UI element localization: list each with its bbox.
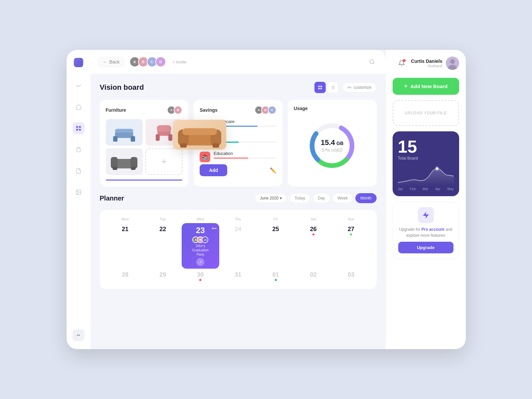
notification-dot <box>403 59 406 62</box>
cal-date-01: 01 <box>258 271 293 278</box>
sidebar-item-file[interactable] <box>73 165 85 177</box>
savings-card-header: Savings A B C <box>200 106 276 114</box>
upload-file-area[interactable]: UPLOAD YOUR FILE <box>393 100 459 126</box>
cal-day-31[interactable]: 31 <box>219 269 257 284</box>
chevron-down-icon: ▾ <box>280 196 282 200</box>
cal-day-30[interactable]: 30 <box>182 269 219 284</box>
usage-percent-used: 57% USED <box>321 147 343 153</box>
month-mar: Mar <box>423 187 428 191</box>
cal-day-23[interactable]: ••• 23 A B 13 John'sGraduationParty ↗ <box>182 223 219 269</box>
cal-day-27[interactable]: 27 <box>332 223 370 269</box>
cal-day-22[interactable]: 22 <box>144 223 182 269</box>
sidebar-item-trend[interactable] <box>73 80 85 92</box>
svg-point-5 <box>77 191 78 192</box>
svg-rect-9 <box>321 86 322 87</box>
usage-used-label: USED <box>331 148 342 153</box>
cal-day-01[interactable]: 01 <box>257 269 294 284</box>
cal-day-25[interactable]: 25 <box>257 223 294 269</box>
date-picker[interactable]: June 2020 ▾ <box>255 194 287 203</box>
svg-line-7 <box>373 63 374 64</box>
upgrade-text: Upgrade for Pro account and explore more… <box>398 226 453 238</box>
cal-header-wed: Wed <box>182 215 219 223</box>
grid-view-button[interactable] <box>314 82 326 93</box>
savings-education: 📚 Education <box>200 151 276 162</box>
furniture-avatar-2: B <box>174 106 182 114</box>
calendar-header-row: Mon Tue Wed Thu Fri Sat Sun <box>106 215 370 223</box>
month-button[interactable]: Month <box>355 193 376 203</box>
customize-button[interactable]: customize <box>342 82 376 92</box>
invite-button[interactable]: + invite <box>173 60 187 65</box>
furniture-grid <box>106 119 183 175</box>
week-button[interactable]: Week <box>333 193 353 203</box>
cal-day-21[interactable]: 21 <box>106 223 144 269</box>
more-icon: •• <box>77 332 80 338</box>
upgrade-card: Upgrade for Pro account and explore more… <box>393 201 459 259</box>
day-button[interactable]: Day <box>313 193 330 203</box>
cal-dot-27 <box>350 233 352 235</box>
cal-day-03[interactable]: 03 <box>332 269 370 284</box>
furniture-avatars: A B <box>167 106 182 114</box>
savings-add-row: Add ✏️ <box>200 164 276 176</box>
total-board-number: 15 <box>398 138 454 155</box>
cal-day-24[interactable]: 24 <box>219 223 257 269</box>
cal-date-29: 29 <box>145 271 180 278</box>
vision-board-title: Vision board <box>100 83 311 92</box>
usage-unit: GB <box>336 141 343 146</box>
savings-add-button[interactable]: Add <box>200 164 227 176</box>
svg-point-45 <box>450 59 455 64</box>
event-count-badge: 13 <box>202 236 208 243</box>
cal-header-fri: Fri <box>257 215 294 223</box>
cal-date-21: 21 <box>108 226 143 233</box>
upgrade-button[interactable]: Upgrade <box>398 242 453 253</box>
date-label: June 2020 <box>260 196 278 200</box>
notification-button[interactable] <box>396 57 408 69</box>
month-jan: Jan <box>398 187 403 191</box>
cal-header-mon: Mon <box>106 215 144 223</box>
topbar: ← Back A B C D + invite <box>90 50 386 74</box>
savings-edit-icon[interactable]: ✏️ <box>270 167 276 174</box>
cal-dot-26 <box>312 233 314 235</box>
plus-icon: + <box>404 82 408 90</box>
right-panel: Curtis Daniels Husband + Add New Board U… <box>386 50 466 349</box>
cal-header-tue: Tue <box>144 215 182 223</box>
sidebar-item-grid[interactable] <box>73 122 85 134</box>
month-feb: Feb <box>410 187 416 191</box>
add-new-board-button[interactable]: + Add New Board <box>393 78 459 95</box>
cal-day-02[interactable]: 02 <box>294 269 332 284</box>
svg-rect-25 <box>168 134 172 141</box>
cal-header-thu: Thu <box>219 215 257 223</box>
furniture-card-header: Furniture A B <box>106 106 183 114</box>
svg-rect-41 <box>180 143 187 148</box>
sidebar: •• <box>67 50 90 349</box>
month-may: May <box>447 187 454 191</box>
svg-point-48 <box>435 166 439 171</box>
furniture-add-slot[interactable] <box>145 148 182 175</box>
sidebar-item-image[interactable] <box>73 186 85 198</box>
total-board-label: Total Board <box>398 156 454 161</box>
cal-day-26[interactable]: 26 <box>294 223 332 269</box>
svg-rect-24 <box>156 134 160 141</box>
search-button[interactable] <box>366 56 378 68</box>
pro-label: Pro account <box>421 227 444 232</box>
sidebar-more-button[interactable]: •• <box>73 329 85 341</box>
cal-day-28[interactable]: 28 <box>106 269 144 284</box>
sidebar-item-home[interactable] <box>73 101 85 113</box>
user-info: Curtis Daniels Husband <box>411 59 442 68</box>
sofa-popup <box>173 120 226 150</box>
svg-rect-8 <box>318 86 320 87</box>
boards-row: Furniture A B <box>100 100 377 187</box>
cal-event-arrow[interactable]: ↗ <box>196 258 204 266</box>
back-label: Back <box>109 59 120 65</box>
usage-card-header: Usage <box>294 106 371 111</box>
cal-day-29[interactable]: 29 <box>144 269 182 284</box>
back-button[interactable]: ← Back <box>98 57 124 67</box>
app-logo <box>74 58 83 67</box>
list-view-button[interactable] <box>327 82 338 93</box>
sofa-preview-image <box>173 120 226 150</box>
furniture-item-3 <box>106 148 143 175</box>
cal-date-03: 03 <box>333 271 368 278</box>
sidebar-item-clipboard[interactable] <box>73 144 85 156</box>
today-button[interactable]: Today <box>289 193 310 203</box>
cal-date-27: 27 <box>333 226 368 233</box>
avatar-4[interactable]: D <box>155 57 166 67</box>
